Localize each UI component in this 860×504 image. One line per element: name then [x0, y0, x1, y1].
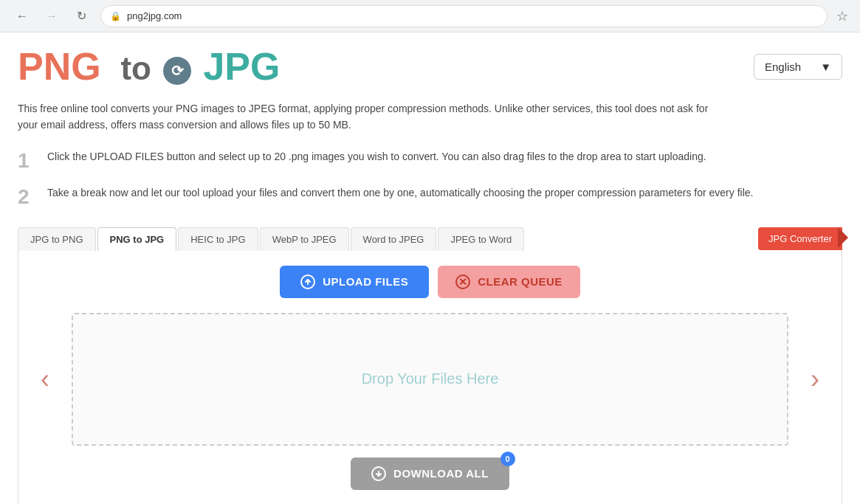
clear-button-label: CLEAR QUEUE	[478, 275, 563, 288]
carousel-prev-button[interactable]: ‹	[33, 366, 57, 393]
converter-box: UPLOAD FILES ✕ CLEAR QUEUE ‹ Drop Your F…	[18, 251, 842, 504]
clear-queue-button[interactable]: ✕ CLEAR QUEUE	[438, 266, 580, 298]
tab-corner-decoration	[838, 227, 848, 248]
address-bar[interactable]: 🔒 png2jpg.com	[100, 5, 828, 27]
browser-chrome: ← → ↻ 🔒 png2jpg.com ☆	[0, 0, 860, 32]
tab-png-to-jpg[interactable]: PNG to JPG	[97, 227, 177, 251]
download-all-button[interactable]: DOWNLOAD ALL 0	[351, 458, 509, 490]
carousel-area: ‹ Drop Your Files Here ›	[33, 313, 827, 446]
header: PNG to ⟳ JPG English ▼	[18, 47, 842, 86]
upload-icon	[300, 275, 315, 289]
step-2: 2 Take a break now and let our tool uplo…	[18, 184, 842, 210]
language-label: English	[765, 61, 801, 73]
logo-jpg: JPG	[203, 45, 280, 88]
tab-webp-to-jpeg[interactable]: WebP to JPEG	[260, 227, 349, 251]
reload-button[interactable]: ↻	[71, 6, 92, 27]
converter-buttons: UPLOAD FILES ✕ CLEAR QUEUE	[33, 266, 827, 298]
download-icon	[371, 466, 386, 481]
forward-button[interactable]: →	[41, 6, 62, 27]
upload-files-button[interactable]: UPLOAD FILES	[280, 266, 429, 298]
step-1-text: Click the UPLOAD FILES button and select…	[47, 148, 706, 165]
url-text: png2jpg.com	[127, 10, 182, 21]
back-button[interactable]: ←	[12, 6, 32, 27]
tabs-container: JPG to PNG PNG to JPG HEIC to JPG WebP t…	[18, 227, 842, 251]
step-1: 1 Click the UPLOAD FILES button and sele…	[18, 148, 842, 173]
tab-jpeg-to-word[interactable]: JPEG to Word	[438, 227, 524, 251]
tab-word-to-jpeg[interactable]: Word to JPEG	[351, 227, 437, 251]
tab-heic-to-jpg[interactable]: HEIC to JPG	[178, 227, 258, 251]
page-content: PNG to ⟳ JPG English ▼ This free online …	[0, 32, 860, 504]
tab-jpg-converter[interactable]: JPG Converter	[758, 227, 842, 250]
chevron-down-icon: ▼	[820, 61, 831, 73]
carousel-next-button[interactable]: ›	[803, 366, 827, 393]
logo-to: to ⟳	[111, 50, 203, 86]
logo-png: PNG	[18, 45, 101, 88]
clear-icon: ✕	[455, 275, 470, 289]
download-all-label: DOWNLOAD ALL	[393, 467, 489, 480]
upload-arrow-icon	[303, 277, 313, 287]
tabs: JPG to PNG PNG to JPG HEIC to JPG WebP t…	[18, 227, 524, 251]
steps-list: 1 Click the UPLOAD FILES button and sele…	[18, 148, 842, 210]
download-all-row: DOWNLOAD ALL 0	[33, 458, 827, 490]
language-selector[interactable]: English ▼	[754, 54, 842, 80]
logo: PNG to ⟳ JPG	[18, 47, 280, 86]
bookmark-icon[interactable]: ☆	[836, 8, 848, 24]
tab-jpg-to-png[interactable]: JPG to PNG	[18, 227, 96, 251]
download-arrow-icon	[374, 469, 384, 479]
download-badge: 0	[500, 452, 515, 466]
step-2-number: 2	[18, 184, 35, 210]
step-1-number: 1	[18, 148, 35, 173]
description-text: This free online tool converts your PNG …	[18, 100, 726, 134]
carousel-inner: Drop Your Files Here	[57, 313, 803, 446]
drop-zone-text: Drop Your Files Here	[362, 370, 499, 387]
upload-button-label: UPLOAD FILES	[323, 275, 408, 288]
step-2-text: Take a break now and let our tool upload…	[47, 184, 753, 201]
drop-zone[interactable]: Drop Your Files Here	[72, 313, 788, 446]
tab-converter-label: JPG Converter	[768, 233, 832, 244]
security-icon: 🔒	[110, 11, 121, 21]
logo-icon: ⟳	[163, 57, 191, 85]
